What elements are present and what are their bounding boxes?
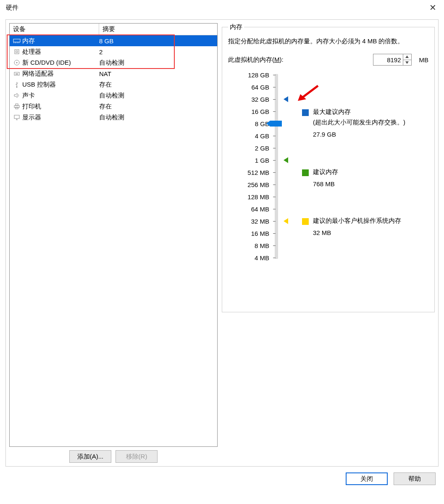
tick-label: 128 MB — [247, 193, 269, 201]
recommended-memory-swatch — [302, 169, 309, 176]
memory-icon — [12, 37, 21, 45]
tick-label: 32 MB — [251, 218, 269, 225]
device-summary: 自动检测 — [99, 59, 217, 67]
device-row-printer[interactable]: 打印机存在 — [10, 101, 217, 112]
device-row-sound[interactable]: 声卡自动检测 — [10, 90, 217, 101]
tick-label: 64 GB — [251, 84, 269, 91]
disc-icon — [12, 59, 21, 66]
tick-label: 128 GB — [248, 71, 269, 79]
device-name: 网络适配器 — [21, 70, 99, 78]
column-header-device[interactable]: 设备 — [10, 24, 99, 35]
recommended-memory-value: 768 MB — [313, 180, 338, 187]
sound-icon — [12, 92, 21, 99]
svg-point-11 — [16, 87, 18, 88]
window-title: 硬件 — [6, 4, 18, 12]
usb-icon — [12, 81, 21, 88]
cpu-icon — [12, 48, 21, 55]
svg-rect-6 — [16, 51, 18, 53]
device-summary: 自动检测 — [99, 92, 217, 100]
device-summary: 2 — [99, 48, 217, 55]
recommended-memory-label: 建议内存 — [313, 168, 338, 176]
printer-icon — [12, 103, 21, 110]
tick-label: 2 GB — [255, 145, 269, 152]
svg-marker-12 — [14, 93, 17, 98]
device-row-memory[interactable]: 内存8 GB — [10, 35, 217, 46]
device-summary: 自动检测 — [99, 113, 217, 121]
max-memory-value: 27.9 GB — [313, 131, 405, 138]
device-summary: 8 GB — [99, 37, 217, 45]
memory-unit: MB — [419, 56, 429, 63]
column-header-summary[interactable]: 摘要 — [99, 24, 217, 35]
memory-group: 内存 指定分配给此虚拟机的内存量。内存大小必须为 4 MB 的倍数。 此虚拟机的… — [222, 23, 435, 312]
max-memory-swatch — [302, 109, 309, 116]
memory-slider: 128 GB64 GB32 GB16 GB8 GB4 GB2 GB1 GB512… — [228, 74, 428, 261]
memory-input[interactable] — [373, 54, 403, 66]
tick-label: 16 GB — [251, 108, 269, 115]
tick-label: 512 MB — [247, 169, 269, 176]
tick-label: 64 MB — [251, 206, 269, 213]
svg-rect-5 — [15, 50, 19, 54]
device-summary: 存在 — [99, 81, 217, 89]
svg-rect-16 — [14, 115, 19, 119]
device-name: 打印机 — [21, 103, 99, 111]
annotation-red-arrow — [298, 85, 319, 103]
min-memory-label: 建议的最小客户机操作系统内存 — [313, 217, 401, 225]
device-name: 处理器 — [21, 48, 99, 56]
slider-track-column[interactable] — [272, 74, 280, 261]
spinner-down-icon[interactable] — [403, 60, 411, 66]
tick-label: 16 MB — [251, 230, 269, 237]
device-row-cpu[interactable]: 处理器2 — [10, 46, 217, 57]
device-summary: NAT — [99, 70, 217, 77]
tick-label: 256 MB — [247, 181, 269, 188]
tick-label: 1 GB — [255, 157, 269, 164]
main-content: 设备 摘要 内存8 GB处理器2新 CD/DVD (IDE)自动检测网络适配器N… — [5, 19, 439, 467]
min-memory-value: 32 MB — [313, 229, 401, 236]
svg-point-8 — [16, 62, 18, 63]
device-row-usb[interactable]: USB 控制器存在 — [10, 79, 217, 90]
spinner-up-icon[interactable] — [403, 54, 411, 60]
memory-input-label: 此虚拟机的内存(M): — [228, 56, 284, 64]
add-button[interactable]: 添加(A)... — [69, 450, 111, 463]
net-icon — [12, 70, 21, 77]
device-table-header: 设备 摘要 — [10, 24, 217, 35]
memory-group-title: 内存 — [228, 23, 244, 31]
device-table: 设备 摘要 内存8 GB处理器2新 CD/DVD (IDE)自动检测网络适配器N… — [9, 23, 218, 447]
svg-marker-20 — [405, 61, 409, 64]
slider-tick-labels: 128 GB64 GB32 GB16 GB8 GB4 GB2 GB1 GB512… — [228, 74, 272, 261]
tick-label: 32 GB — [251, 96, 269, 103]
tick-label: 4 GB — [255, 132, 269, 140]
close-button[interactable]: 关闭 — [346, 472, 388, 485]
device-row-net[interactable]: 网络适配器NAT — [10, 68, 217, 79]
tick-label: 4 MB — [255, 254, 269, 261]
svg-rect-0 — [13, 39, 20, 42]
max-memory-label: 最大建议内存 — [313, 108, 405, 116]
device-name: 显示器 — [21, 113, 99, 121]
device-name: USB 控制器 — [21, 81, 99, 89]
device-name: 新 CD/DVD (IDE) — [21, 59, 99, 67]
memory-spinner[interactable] — [403, 54, 412, 66]
memory-description: 指定分配给此虚拟机的内存量。内存大小必须为 4 MB 的倍数。 — [228, 36, 428, 46]
device-name: 内存 — [21, 37, 99, 45]
tick-label: 8 MB — [255, 242, 269, 249]
svg-line-21 — [301, 86, 318, 98]
svg-rect-10 — [16, 74, 18, 74]
help-button[interactable]: 帮助 — [394, 472, 436, 485]
device-row-disc[interactable]: 新 CD/DVD (IDE)自动检测 — [10, 57, 217, 68]
close-icon[interactable]: ✕ — [427, 3, 439, 13]
display-icon — [12, 113, 21, 121]
device-summary: 存在 — [99, 103, 217, 111]
min-memory-swatch — [302, 218, 309, 225]
max-memory-sub: (超出此大小可能发生内存交换。) — [313, 119, 405, 127]
device-name: 声卡 — [21, 92, 99, 100]
device-row-display[interactable]: 显示器自动检测 — [10, 112, 217, 123]
remove-button[interactable]: 移除(R) — [116, 450, 158, 463]
svg-rect-14 — [16, 104, 18, 106]
svg-marker-19 — [405, 55, 409, 58]
